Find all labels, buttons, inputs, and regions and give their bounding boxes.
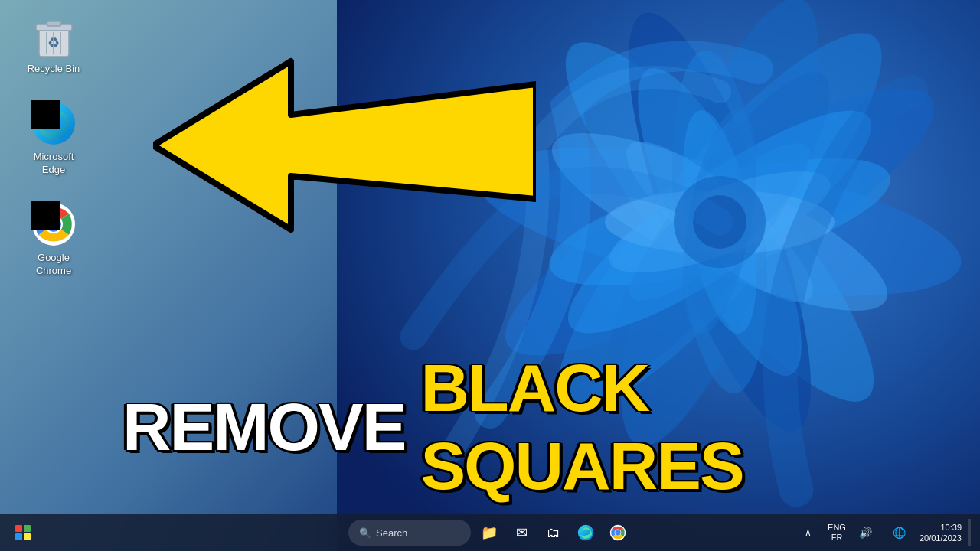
show-desktop-button[interactable] [968, 519, 971, 546]
mail-button[interactable]: ✉ [508, 519, 535, 546]
recycle-bin-icon[interactable]: ♻ Recycle Bin [8, 8, 100, 80]
search-icon: 🔍 [359, 527, 371, 539]
desktop-icons-container: ♻ Recycle Bin [0, 0, 107, 289]
win-square-2 [24, 525, 31, 532]
network-icon: 🌐 [893, 527, 906, 539]
edge-image [31, 100, 77, 146]
network-button[interactable]: 🌐 [886, 519, 913, 546]
search-label: Search [376, 527, 407, 539]
language-text: ENG [828, 523, 846, 533]
store-icon: 🗂 [547, 525, 560, 541]
file-explorer-button[interactable]: 📁 [475, 519, 503, 546]
clock-date: 20/01/2023 [920, 533, 962, 543]
text-remove: REMOVE [122, 388, 405, 466]
chrome-image [31, 201, 77, 247]
volume-button[interactable]: 🔊 [852, 519, 880, 546]
taskbar-left [9, 519, 37, 546]
file-explorer-icon: 📁 [481, 524, 498, 541]
start-button[interactable] [9, 519, 37, 546]
chrome-label: GoogleChrome [36, 252, 71, 278]
yellow-arrow [153, 46, 536, 245]
taskbar-edge-icon [577, 524, 594, 541]
chevron-up-icon: ∧ [805, 527, 812, 538]
taskbar-edge-button[interactable] [572, 519, 599, 546]
recycle-bin-label: Recycle Bin [28, 63, 80, 76]
svg-marker-32 [153, 61, 536, 230]
mail-icon: ✉ [516, 524, 528, 541]
google-chrome-icon[interactable]: GoogleChrome [8, 197, 100, 282]
store-button[interactable]: 🗂 [540, 519, 567, 546]
win-square-3 [15, 533, 22, 540]
clock-time: 10:39 [940, 522, 962, 533]
system-tray-expand[interactable]: ∧ [794, 519, 822, 546]
taskbar-right: ∧ ENG FR 🔊 🌐 10:39 20/01/2023 [794, 519, 971, 546]
taskbar-center: 🔍 Search 📁 ✉ 🗂 [348, 519, 632, 546]
text-black-squares: BLACK SQUARES [420, 349, 980, 505]
desktop: ♻ Recycle Bin [0, 0, 980, 551]
win-square-4 [24, 533, 31, 540]
language-indicator[interactable]: ENG FR [828, 523, 846, 543]
search-bar[interactable]: 🔍 Search [348, 520, 471, 546]
edge-label: MicrosoftEdge [34, 151, 74, 177]
clock-area[interactable]: 10:39 20/01/2023 [920, 522, 962, 544]
windows-logo-icon [15, 525, 31, 540]
win-square-1 [15, 525, 22, 532]
recycle-bin-image: ♻ [31, 12, 77, 58]
svg-point-36 [615, 530, 620, 535]
overlay-text: REMOVE BLACK SQUARES [122, 349, 980, 505]
microsoft-edge-icon[interactable]: MicrosoftEdge [8, 96, 100, 181]
volume-icon: 🔊 [859, 527, 872, 539]
region-text: FR [828, 533, 846, 543]
taskbar-chrome-button[interactable] [604, 519, 632, 546]
svg-rect-23 [47, 21, 61, 26]
taskbar: 🔍 Search 📁 ✉ 🗂 [0, 514, 980, 551]
taskbar-chrome-icon [609, 524, 626, 541]
